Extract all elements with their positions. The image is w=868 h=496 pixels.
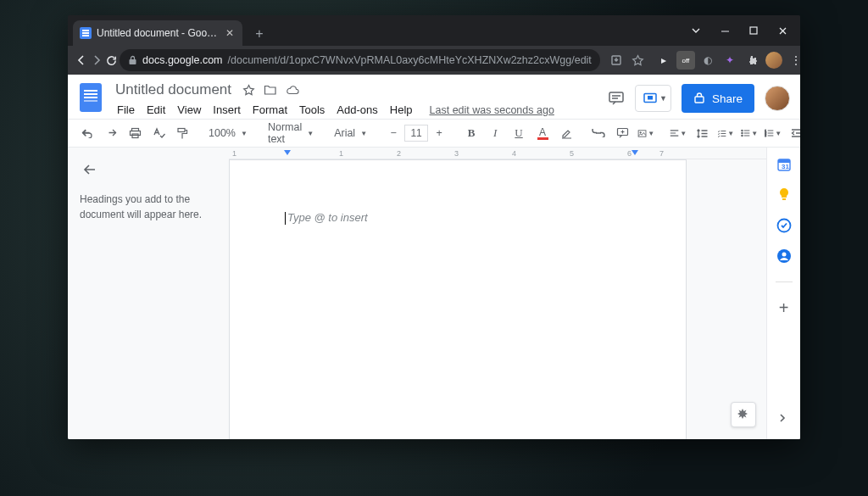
menu-help[interactable]: Help	[385, 101, 418, 119]
tab-search-icon[interactable]	[683, 20, 709, 42]
forward-button[interactable]	[90, 48, 103, 72]
contacts-icon[interactable]	[776, 248, 793, 265]
font-size-increase[interactable]: +	[428, 122, 450, 144]
browser-window: Untitled document - Google Doc ✕ + docs.…	[68, 15, 800, 439]
maximize-button[interactable]	[741, 20, 766, 42]
bulleted-list-icon[interactable]: ▼	[738, 122, 760, 144]
install-app-icon[interactable]	[607, 51, 626, 70]
highlight-color-icon[interactable]	[555, 122, 577, 144]
print-icon[interactable]	[124, 122, 146, 144]
close-outline-icon[interactable]	[80, 159, 100, 180]
zoom-select[interactable]: 100%▼	[203, 127, 253, 139]
last-edit-link[interactable]: Last edit was seconds ago	[430, 104, 554, 116]
horizontal-ruler[interactable]: 1 1 2 3 4 5 6 7	[229, 148, 766, 159]
menu-addons[interactable]: Add-ons	[331, 101, 382, 119]
address-bar-row: docs.google.com/document/d/1opxC7WNvxVpR…	[68, 46, 800, 75]
explore-button[interactable]	[731, 402, 756, 427]
present-button[interactable]: ▼	[635, 85, 671, 112]
svg-point-28	[742, 132, 743, 133]
tab-title: Untitled document - Google Doc	[97, 27, 219, 39]
keep-icon[interactable]	[776, 187, 793, 203]
checklist-icon[interactable]: ▼	[715, 122, 737, 144]
extensions-menu-icon[interactable]	[743, 51, 761, 70]
indent-marker-right-icon[interactable]	[632, 150, 638, 155]
svg-rect-47	[782, 198, 786, 200]
format-paint-icon[interactable]	[171, 122, 193, 144]
extension-icon[interactable]: off	[676, 51, 695, 70]
back-button[interactable]	[75, 48, 88, 72]
show-side-panel-icon[interactable]	[773, 409, 792, 427]
redo-icon[interactable]	[100, 122, 122, 144]
browser-tab[interactable]: Untitled document - Google Doc ✕	[73, 20, 242, 46]
chrome-menu-icon[interactable]: ⋮	[787, 51, 800, 70]
font-size-input[interactable]: 11	[404, 125, 428, 142]
svg-rect-1	[750, 27, 757, 34]
minimize-button[interactable]	[712, 20, 737, 42]
paragraph-style-select[interactable]: Normal text▼	[263, 121, 319, 145]
underline-icon[interactable]: U	[508, 122, 530, 144]
menu-bar: File Edit View Insert Format Tools Add-o…	[112, 101, 599, 119]
line-spacing-icon[interactable]	[691, 122, 713, 144]
bookmark-star-icon[interactable]	[629, 51, 648, 70]
svg-point-16	[640, 131, 641, 132]
tasks-icon[interactable]	[776, 217, 793, 234]
italic-icon[interactable]: I	[484, 122, 506, 144]
numbered-list-icon[interactable]: 123▼	[762, 122, 784, 144]
indent-decrease-icon[interactable]	[786, 122, 800, 144]
document-page[interactable]: Type @ to insert	[229, 159, 687, 439]
menu-file[interactable]: File	[112, 101, 140, 119]
comment-history-icon[interactable]	[608, 86, 625, 111]
header-actions: ▼ Share	[608, 81, 790, 113]
insert-link-icon[interactable]	[587, 122, 609, 144]
omnibox-actions	[602, 51, 648, 70]
outline-panel: Headings you add to the document will ap…	[68, 148, 229, 439]
side-panel: 31 +	[766, 148, 800, 439]
svg-rect-4	[609, 92, 623, 102]
workspace: Headings you add to the document will ap…	[68, 148, 800, 439]
url-path: /document/d/1opxC7WNvxVpRMAL0axy6cMHteYc…	[228, 54, 592, 66]
docs-home-icon[interactable]	[78, 81, 103, 114]
share-button[interactable]: Share	[682, 84, 754, 113]
calendar-icon[interactable]: 31	[776, 156, 793, 173]
address-bar[interactable]: docs.google.com/document/d/1opxC7WNvxVpR…	[120, 49, 600, 71]
align-icon[interactable]: ▼	[667, 122, 689, 144]
undo-icon[interactable]	[76, 122, 98, 144]
extension-icon[interactable]: ◐	[698, 51, 717, 70]
reload-button[interactable]	[105, 48, 118, 72]
svg-text:31: 31	[782, 163, 789, 170]
cloud-status-icon[interactable]	[286, 83, 299, 97]
extension-icon[interactable]: ✦	[721, 51, 739, 70]
text-color-icon[interactable]: A	[531, 122, 554, 144]
insert-image-icon[interactable]: ▼	[635, 122, 657, 144]
svg-text:3: 3	[765, 134, 766, 137]
close-window-button[interactable]	[770, 20, 795, 42]
add-comment-icon[interactable]	[611, 122, 633, 144]
star-icon[interactable]	[242, 83, 255, 97]
menu-edit[interactable]: Edit	[142, 101, 170, 119]
menu-insert[interactable]: Insert	[208, 101, 246, 119]
extension-icon[interactable]: ▸	[654, 51, 673, 70]
extensions-row: ▸ off ◐ ✦ ⋮	[649, 51, 800, 70]
profile-avatar[interactable]	[765, 51, 783, 70]
canvas-area: 1 1 2 3 4 5 6 7 Type @ to insert	[229, 148, 766, 439]
font-family-select[interactable]: Arial▼	[329, 127, 372, 139]
menu-view[interactable]: View	[172, 101, 206, 119]
menu-tools[interactable]: Tools	[294, 101, 330, 119]
indent-marker-left-icon[interactable]	[284, 150, 291, 155]
svg-rect-11	[130, 131, 140, 136]
formatting-toolbar: 100%▼ Normal text▼ Arial▼ − 11 + B I U A…	[68, 119, 800, 148]
docs-favicon-icon	[80, 27, 92, 39]
get-addons-icon[interactable]: +	[776, 299, 793, 316]
account-avatar[interactable]	[765, 86, 790, 111]
move-icon[interactable]	[264, 83, 277, 97]
svg-rect-12	[132, 134, 138, 138]
svg-point-26	[742, 130, 743, 131]
bold-icon[interactable]: B	[460, 122, 482, 144]
font-size-decrease[interactable]: −	[382, 122, 404, 144]
doc-title-input[interactable]: Untitled document	[112, 81, 235, 99]
new-tab-button[interactable]: +	[248, 22, 271, 46]
spellcheck-icon[interactable]	[147, 122, 170, 144]
menu-format[interactable]: Format	[248, 101, 292, 119]
close-tab-icon[interactable]: ✕	[224, 27, 236, 39]
placeholder-text: Type @ to insert	[287, 211, 368, 224]
